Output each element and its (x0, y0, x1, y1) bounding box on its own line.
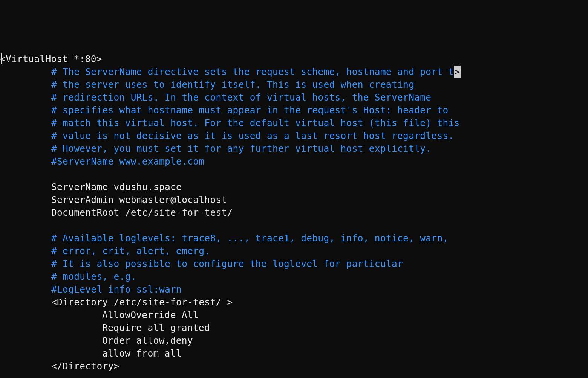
config-comment-line: # However, you must set it for any furth… (0, 142, 588, 155)
config-line: </Directory> (0, 360, 588, 373)
config-line: AllowOverride All (0, 309, 588, 322)
config-comment-line: # It is also possible to configure the l… (0, 258, 588, 270)
config-line: Require all granted (0, 322, 588, 334)
config-comment-line: # the server uses to identify itself. Th… (0, 78, 588, 91)
config-line: <VirtualHost *:80> (0, 53, 588, 66)
config-comment-line: #ServerName www.example.com (0, 155, 588, 168)
cursor-block: > (454, 66, 461, 78)
config-line: DocumentRoot /etc/site-for-test/ (0, 206, 588, 219)
config-line: <Directory /etc/site-for-test/ > (0, 296, 588, 309)
blank-line (0, 219, 588, 232)
config-comment-line: # Available loglevels: trace8, ..., trac… (0, 232, 588, 245)
config-comment-line: # redirection URLs. In the context of vi… (0, 91, 588, 104)
config-line: allow from all (0, 347, 588, 360)
terminal-editor[interactable]: <VirtualHost *:80># The ServerName direc… (0, 51, 588, 373)
blank-line (0, 168, 588, 181)
config-comment-line: # The ServerName directive sets the requ… (0, 66, 588, 78)
config-comment-line: # match this virtual host. For the defau… (0, 117, 588, 130)
config-comment-line: # specifies what hostname must appear in… (0, 104, 588, 117)
config-comment-line: # value is not decisive as it is used as… (0, 130, 588, 142)
config-comment-line: # error, crit, alert, emerg. (0, 245, 588, 258)
config-comment-line: # modules, e.g. (0, 270, 588, 283)
config-line: ServerAdmin webmaster@localhost (0, 194, 588, 206)
config-line: Order allow,deny (0, 334, 588, 347)
config-comment-line: #LogLevel info ssl:warn (0, 283, 588, 296)
config-line: ServerName vdushu.space (0, 181, 588, 194)
